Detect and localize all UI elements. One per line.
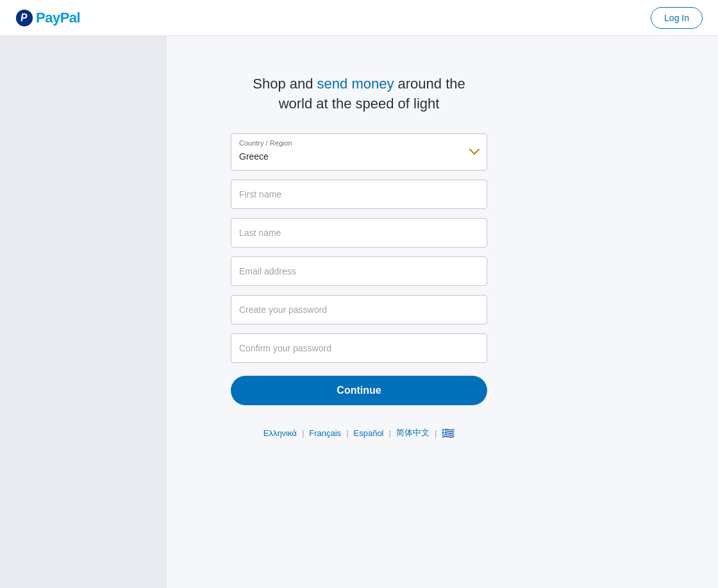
language-link-es[interactable]: Español <box>354 428 384 438</box>
lang-separator-3: | <box>389 428 391 438</box>
country-value: Greece <box>239 151 461 162</box>
password-input[interactable] <box>231 295 487 324</box>
continue-button[interactable]: Continue <box>231 376 487 405</box>
main-content: Shop and send money around theworld at t… <box>167 36 551 588</box>
logo-text: PayPal <box>36 10 80 26</box>
page-layout: Shop and send money around theworld at t… <box>0 36 718 588</box>
language-link-zh[interactable]: 简体中文 <box>396 427 430 439</box>
logo-text-dark: Pay <box>36 10 60 26</box>
language-links: Ελληνικά | Français | Español | 简体中文 | 🇬… <box>231 427 487 439</box>
last-name-input[interactable] <box>231 218 487 248</box>
login-button[interactable]: Log In <box>651 7 703 29</box>
logo-text-light: Pal <box>60 10 81 26</box>
header: P PayPal Log In <box>0 0 718 36</box>
email-input[interactable] <box>231 256 487 286</box>
language-link-el[interactable]: Ελληνικά <box>263 428 297 438</box>
confirm-password-input[interactable] <box>231 333 487 363</box>
language-link-fr[interactable]: Français <box>309 428 341 438</box>
first-name-input[interactable] <box>231 180 487 209</box>
form-container: Shop and send money around theworld at t… <box>231 74 487 439</box>
right-sidebar <box>551 36 718 588</box>
logo: P PayPal <box>15 9 80 27</box>
headline: Shop and send money around theworld at t… <box>231 74 487 114</box>
country-region-field[interactable]: Country / Region Greece <box>231 133 487 171</box>
lang-separator-1: | <box>302 428 304 438</box>
left-sidebar <box>0 36 167 588</box>
country-select-box[interactable]: Country / Region Greece <box>231 133 487 171</box>
lang-separator-4: | <box>435 428 437 438</box>
country-label: Country / Region <box>239 139 292 147</box>
lang-separator-2: | <box>346 428 348 438</box>
svg-text:P: P <box>21 12 28 23</box>
greek-flag-icon: 🇬🇷 <box>442 427 455 439</box>
paypal-logo-icon: P <box>15 9 33 27</box>
